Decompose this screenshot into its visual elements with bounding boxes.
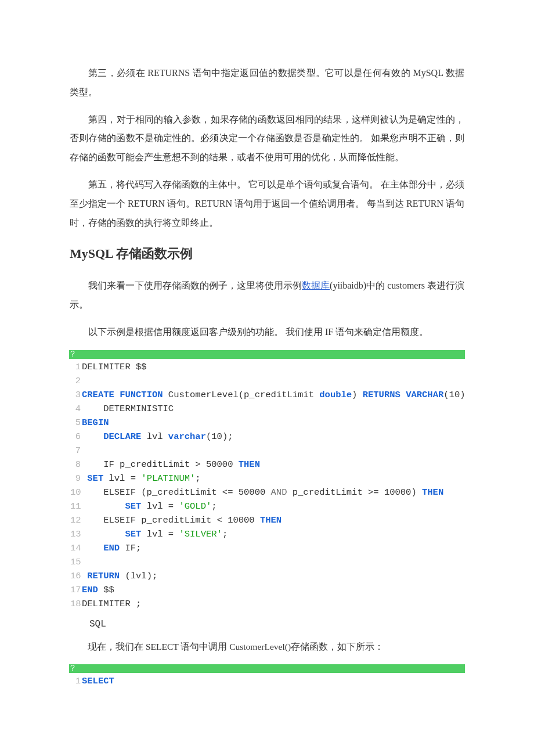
database-link[interactable]: 数据库 — [302, 280, 330, 290]
after-code-paragraph: 现在，我们在 SELECT 语句中调用 CustomerLevel()存储函数，… — [70, 638, 464, 656]
code-toolbar-2[interactable]: ? — [69, 664, 465, 673]
code-block-2: ? 1 SELECT — [69, 664, 465, 690]
code-block-1: ? 1 2 3 4 5 6 7 8 9 10 11 12 13 14 15 16… — [69, 350, 465, 613]
paragraph-5: 第五，将代码写入存储函数的主体中。 它可以是单个语句或复合语句。 在主体部分中，… — [70, 175, 464, 232]
code-body-2: SELECT — [82, 674, 465, 688]
code-toolbar-qmark[interactable]: ? — [70, 350, 75, 359]
code-toolbar[interactable]: ? — [69, 350, 465, 359]
intro2-paragraph: 以下示例是根据信用额度返回客户级别的功能。 我们使用 IF 语句来确定信用额度。 — [70, 323, 464, 342]
heading-stored-function-example: MySQL 存储函数示例 — [70, 245, 464, 262]
sql-label: SQL — [89, 619, 464, 629]
code-gutter: 1 2 3 4 5 6 7 8 9 10 11 12 13 14 15 16 1… — [69, 360, 82, 611]
code-gutter-2: 1 — [69, 674, 82, 688]
intro-pre: 我们来看一下使用存储函数的例子，这里将使用示例 — [88, 280, 302, 290]
paragraph-4: 第四，对于相同的输入参数，如果存储的函数返回相同的结果，这样则被认为是确定性的，… — [70, 110, 464, 167]
code-toolbar-qmark-2[interactable]: ? — [70, 664, 75, 673]
paragraph-3: 第三，必须在 RETURNS 语句中指定返回值的数据类型。它可以是任何有效的 M… — [70, 64, 464, 102]
intro-paragraph: 我们来看一下使用存储函数的例子，这里将使用示例数据库(yiibaidb)中的 c… — [70, 276, 464, 315]
code-body: DELIMITER $$ CREATE FUNCTION CustomerLev… — [82, 360, 466, 611]
